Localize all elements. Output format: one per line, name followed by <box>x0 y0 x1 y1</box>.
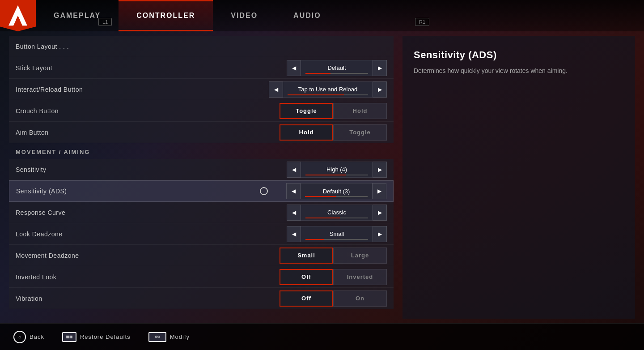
back-icon: ○ <box>13 331 26 343</box>
inverted-look-btn-1[interactable]: Inverted <box>333 269 387 285</box>
sensitivity-ads-value: Default (3) <box>301 183 372 199</box>
aim-button-control: Hold Toggle <box>280 124 387 141</box>
vibration-control: Off On <box>280 290 387 307</box>
modify-action[interactable]: ⚙/⚙ Modify <box>148 332 190 342</box>
movement-deadzone-btn-0[interactable]: Small <box>280 248 333 264</box>
vibration-toggle: Off On <box>280 290 387 307</box>
sensitivity-ads-next[interactable]: ▶ <box>372 183 386 199</box>
stick-layout-next[interactable]: ▶ <box>373 60 387 76</box>
sensitivity-ads-selector[interactable]: ◀ Default (3) ▶ <box>286 183 386 199</box>
vibration-btn-0[interactable]: Off <box>280 290 333 307</box>
aim-toggle-group: Hold Toggle <box>280 124 387 141</box>
interact-reload-label: Interact/Reload Button <box>16 86 269 93</box>
response-curve-next[interactable]: ▶ <box>373 205 387 221</box>
movement-deadzone-btn-1[interactable]: Large <box>333 248 387 264</box>
row-inverted-look[interactable]: Inverted Look Off Inverted <box>9 266 394 288</box>
interact-reload-next[interactable]: ▶ <box>373 81 387 98</box>
inverted-look-btn-0[interactable]: Off <box>280 269 333 285</box>
row-look-deadzone[interactable]: Look Deadzone ◀ Small ▶ <box>9 223 394 245</box>
apex-logo <box>0 0 36 31</box>
row-sensitivity[interactable]: Sensitivity ◀ High (4) ▶ <box>9 159 394 180</box>
back-label: Back <box>30 333 44 340</box>
inverted-look-label: Inverted Look <box>16 273 280 281</box>
interact-reload-prev[interactable]: ◀ <box>269 81 283 98</box>
main-content: Button Layout . . . Stick Layout ◀ Defau… <box>0 31 644 323</box>
aim-toggle-btn-0[interactable]: Hold <box>280 124 333 141</box>
svg-marker-0 <box>8 5 27 26</box>
crouch-button-label: Crouch Button <box>16 107 280 115</box>
section-header-movement: MOVEMENT / AIMING <box>9 143 394 159</box>
crouch-toggle-btn-1[interactable]: Hold <box>333 103 387 119</box>
look-deadzone-next[interactable]: ▶ <box>373 226 387 242</box>
row-crouch-button[interactable]: Crouch Button Toggle Hold <box>9 100 394 122</box>
row-aim-button[interactable]: Aim Button Hold Toggle <box>9 122 394 143</box>
look-deadzone-control: ◀ Small ▶ <box>287 226 387 242</box>
info-title: Sensitivity (ADS) <box>414 49 624 61</box>
row-response-curve[interactable]: Response Curve ◀ Classic ▶ <box>9 202 394 223</box>
stick-layout-prev[interactable]: ◀ <box>287 60 301 76</box>
back-action[interactable]: ○ Back <box>13 331 44 343</box>
response-curve-value: Classic <box>301 205 373 221</box>
stick-layout-selector[interactable]: ◀ Default ▶ <box>287 60 387 76</box>
sensitivity-ads-label: Sensitivity (ADS) <box>16 188 286 195</box>
look-deadzone-prev[interactable]: ◀ <box>287 226 301 242</box>
sensitivity-selector[interactable]: ◀ High (4) ▶ <box>287 162 387 178</box>
aim-toggle-btn-1[interactable]: Toggle <box>333 124 387 141</box>
tab-audio[interactable]: AUDIO <box>275 0 339 31</box>
restore-defaults-action[interactable]: ▦▦ Restore Defaults <box>62 332 131 342</box>
row-vibration[interactable]: Vibration Off On <box>9 288 394 309</box>
row-stick-layout[interactable]: Stick Layout ◀ Default ▶ <box>9 57 394 79</box>
r1-indicator: R1 <box>415 18 429 26</box>
tab-controller[interactable]: CONTROLLER <box>119 0 213 31</box>
tab-video-label: VIDEO <box>231 12 258 20</box>
top-navigation: GAMEPLAY CONTROLLER VIDEO AUDIO L1 R1 <box>0 0 644 31</box>
movement-deadzone-label: Movement Deadzone <box>16 252 280 259</box>
tab-gameplay-label: GAMEPLAY <box>54 12 101 20</box>
look-deadzone-selector[interactable]: ◀ Small ▶ <box>287 226 387 242</box>
tab-gameplay[interactable]: GAMEPLAY <box>36 0 119 31</box>
sensitivity-next[interactable]: ▶ <box>373 162 387 178</box>
modify-label: Modify <box>170 333 190 340</box>
sensitivity-label: Sensitivity <box>16 166 287 173</box>
tab-audio-label: AUDIO <box>293 12 321 20</box>
tab-video[interactable]: VIDEO <box>213 0 275 31</box>
restore-defaults-icon: ▦▦ <box>62 332 76 342</box>
nav-tabs: GAMEPLAY CONTROLLER VIDEO AUDIO <box>36 0 644 31</box>
sensitivity-prev[interactable]: ◀ <box>287 162 301 178</box>
modify-icon: ⚙/⚙ <box>148 332 166 342</box>
movement-deadzone-control: Small Large <box>280 248 387 264</box>
response-curve-label: Response Curve <box>16 209 287 216</box>
inverted-look-control: Off Inverted <box>280 269 387 285</box>
inverted-look-toggle: Off Inverted <box>280 269 387 285</box>
sensitivity-value: High (4) <box>301 162 373 178</box>
bottom-bar: ○ Back ▦▦ Restore Defaults ⚙/⚙ Modify <box>0 323 644 350</box>
vibration-label: Vibration <box>16 295 280 302</box>
crouch-toggle-btn-0[interactable]: Toggle <box>280 103 333 119</box>
aim-button-label: Aim Button <box>16 129 280 136</box>
sensitivity-control: ◀ High (4) ▶ <box>287 162 387 178</box>
interact-reload-value: Tap to Use and Reload <box>283 81 373 98</box>
settings-panel: Button Layout . . . Stick Layout ◀ Defau… <box>0 31 402 323</box>
crouch-button-control: Toggle Hold <box>280 103 387 119</box>
movement-deadzone-toggle: Small Large <box>280 248 387 264</box>
l1-indicator: L1 <box>98 18 112 26</box>
vibration-btn-1[interactable]: On <box>333 290 387 307</box>
sensitivity-ads-control: ◀ Default (3) ▶ <box>286 183 386 199</box>
sensitivity-ads-prev[interactable]: ◀ <box>286 183 301 199</box>
response-curve-prev[interactable]: ◀ <box>287 205 301 221</box>
look-deadzone-label: Look Deadzone <box>16 230 287 238</box>
restore-defaults-label: Restore Defaults <box>80 333 131 340</box>
crouch-toggle-group: Toggle Hold <box>280 103 387 119</box>
row-interact-reload[interactable]: Interact/Reload Button ◀ Tap to Use and … <box>9 79 394 100</box>
stick-layout-value: Default <box>301 60 373 76</box>
interact-reload-selector[interactable]: ◀ Tap to Use and Reload ▶ <box>269 81 387 98</box>
row-movement-deadzone[interactable]: Movement Deadzone Small Large <box>9 245 394 266</box>
row-sensitivity-ads[interactable]: Sensitivity (ADS) ◀ Default (3) ▶ <box>9 180 394 202</box>
look-deadzone-value: Small <box>301 226 373 242</box>
response-curve-control: ◀ Classic ▶ <box>287 205 387 221</box>
stick-layout-control: ◀ Default ▶ <box>287 60 387 76</box>
stick-layout-label: Stick Layout <box>16 64 287 72</box>
info-panel: Sensitivity (ADS) Determines how quickly… <box>402 36 635 319</box>
response-curve-selector[interactable]: ◀ Classic ▶ <box>287 205 387 221</box>
row-button-layout[interactable]: Button Layout . . . <box>9 36 394 57</box>
